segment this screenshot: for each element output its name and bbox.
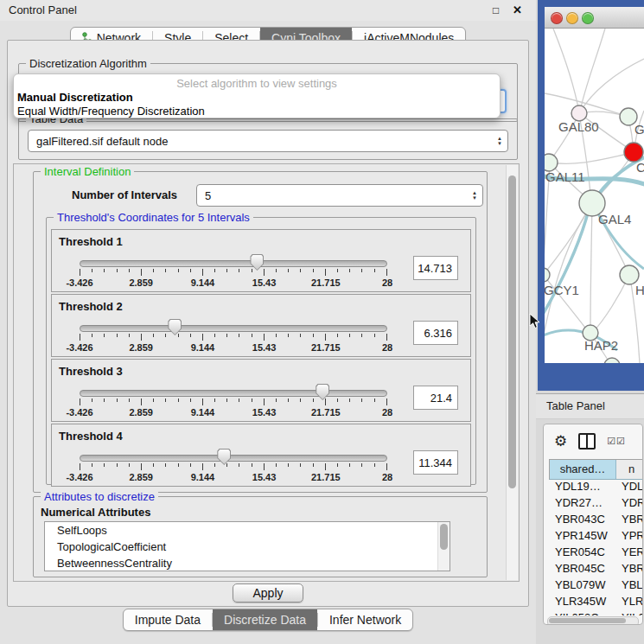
table-row[interactable]: YLR345WYLR3 (549, 595, 643, 611)
network-edge[interactable] (553, 29, 579, 112)
table-cell-name[interactable]: YBL0 (615, 578, 643, 595)
table-cell-name[interactable]: YIL0 (615, 611, 643, 615)
column-header-shared-name[interactable]: shared… (550, 460, 616, 479)
table-cell-name[interactable]: YLR3 (615, 595, 643, 611)
table-cell-shared-name[interactable]: YBR043C (549, 513, 615, 529)
table-cell-shared-name[interactable]: YDL19… (549, 480, 615, 496)
network-edge[interactable] (550, 153, 632, 163)
tick-mark (92, 399, 92, 402)
network-graph[interactable]: GAL80GCGAL11GAL4GCY1HHAP2 (545, 29, 644, 363)
table-row[interactable]: YPR145WYPR1 (549, 529, 643, 545)
table-data-combobox[interactable]: galFiltered.sif default node ▲▼ (28, 130, 508, 152)
threshold-slider[interactable]: -3.4262.8599.14415.4321.71528 (80, 384, 387, 418)
slider-tick-labels: -3.4262.8599.14415.4321.71528 (80, 472, 387, 482)
slider-track[interactable] (80, 260, 387, 267)
table-cell-shared-name[interactable]: YLR345W (549, 595, 615, 611)
table-cell-name[interactable]: YPR1 (615, 529, 643, 545)
apply-button[interactable]: Apply (233, 583, 303, 603)
dropdown-option[interactable]: Equal Width/Frequency Discretization (14, 105, 500, 118)
table-cell-name[interactable]: YDL1 (615, 480, 643, 496)
tick-mark (264, 334, 265, 341)
number-of-intervals-combobox[interactable]: 5 ▲▼ (196, 184, 483, 207)
tick-mark (349, 399, 350, 402)
window-close-button[interactable] (551, 12, 563, 24)
attribute-list-item[interactable]: BetweennessCentrality (45, 555, 450, 571)
tick-mark (252, 463, 252, 467)
attribute-list-item[interactable]: SelfLoops (45, 522, 450, 539)
table-cell-name[interactable]: YBR0 (615, 513, 643, 529)
threshold-value-field[interactable]: 21.4 (413, 386, 458, 410)
table-row[interactable]: YBR045CYBR0 (549, 562, 643, 578)
combo-stepper-icon[interactable]: ▲▼ (467, 190, 482, 201)
threshold-slider[interactable]: -3.4262.8599.14415.4321.71528 (80, 319, 387, 354)
combo-stepper-icon[interactable]: ▲▼ (492, 136, 507, 146)
gear-icon[interactable]: ⚙ (554, 434, 567, 449)
tab-impute-data[interactable]: Impute Data (124, 609, 212, 630)
settings-scrollpane: Interval Definition Number of Intervals … (13, 163, 520, 582)
network-edge[interactable] (593, 277, 628, 332)
network-canvas[interactable]: GAL80GCGAL11GAL4GCY1HHAP2 (545, 29, 644, 363)
list-scrollbar-thumb[interactable] (440, 524, 448, 550)
table-row[interactable]: YIL052CYIL0 (549, 611, 643, 615)
column-header-name[interactable]: n (616, 460, 643, 479)
float-window-icon[interactable]: □ (493, 4, 499, 16)
list-scrollbar[interactable] (437, 522, 450, 571)
tab-infer-network[interactable]: Infer Network (318, 609, 412, 630)
pane-scrollbar-thumb[interactable] (508, 175, 516, 488)
slider-track[interactable] (80, 390, 387, 397)
table-cell-shared-name[interactable]: YPR145W (549, 529, 615, 545)
network-node-h[interactable] (620, 265, 639, 284)
table-row[interactable]: YER054CYER0 (549, 545, 643, 562)
close-icon[interactable]: ✕ (513, 3, 522, 16)
numerical-attributes-list[interactable]: SelfLoopsTopologicalCoefficientBetweenne… (44, 521, 450, 571)
table-row[interactable]: YBL079WYBL0 (549, 578, 643, 595)
pane-scrollbar[interactable] (506, 165, 518, 580)
table-cell-name[interactable]: YBR0 (615, 562, 643, 578)
slider-track[interactable] (80, 455, 387, 462)
tick-mark (252, 334, 252, 337)
tick-mark (252, 269, 252, 272)
table-horizontal-scrollbar-thumb[interactable] (549, 618, 626, 623)
dropdown-option[interactable]: Manual Discretization (14, 91, 500, 105)
table-cell-shared-name[interactable]: YBL079W (549, 578, 615, 595)
table-horizontal-scrollbar[interactable] (547, 616, 639, 625)
network-node-gcy1[interactable] (545, 268, 550, 282)
tab-label: Impute Data (135, 613, 201, 627)
network-node-c[interactable] (624, 143, 643, 162)
slider-track[interactable] (80, 325, 387, 332)
attribute-list-item[interactable]: TopologicalCoefficient (45, 539, 450, 555)
threshold-value-field[interactable]: 6.316 (413, 321, 458, 345)
tick-mark (239, 399, 239, 402)
table-cell-name[interactable]: YDR2 (615, 496, 643, 513)
network-highlight-edge[interactable] (545, 207, 590, 317)
table-cell-shared-name[interactable]: YIL052C (549, 611, 615, 615)
table-cell-shared-name[interactable]: YER054C (549, 545, 615, 562)
threshold-slider[interactable]: -3.4262.8599.14415.4321.71528 (80, 449, 387, 483)
dropdown-placeholder-item[interactable]: Select algorithm to view settings (14, 77, 500, 91)
table-row[interactable]: YBR043CYBR0 (549, 513, 643, 529)
threshold-slider[interactable]: -3.4262.8599.14415.4321.71528 (80, 254, 387, 289)
tick-mark (104, 399, 105, 402)
tick-mark (214, 334, 215, 337)
table-row[interactable]: YDL19…YDL1 (549, 480, 643, 496)
table-row[interactable]: YDR27…YDR2 (549, 496, 643, 513)
checkboxes-icon[interactable]: ☑☑ (607, 436, 626, 447)
tick-label: 28 (382, 277, 392, 288)
window-minimize-button[interactable] (566, 12, 578, 24)
tab-discretize-data[interactable]: Discretize Data (213, 609, 317, 630)
network-edge[interactable] (580, 29, 605, 112)
network-node-gal11[interactable] (545, 154, 558, 171)
network-edge[interactable] (581, 59, 644, 111)
column-layout-icon[interactable] (578, 433, 596, 450)
table-cell-name[interactable]: YER0 (615, 545, 643, 562)
network-edge[interactable] (590, 205, 592, 331)
tick-mark (276, 269, 277, 272)
tick-mark (349, 334, 350, 337)
table-cell-shared-name[interactable]: YDR27… (549, 496, 615, 513)
threshold-value-field[interactable]: 14.713 (413, 256, 458, 280)
threshold-value-field[interactable]: 11.344 (413, 450, 458, 475)
table-cell-shared-name[interactable]: YBR045C (549, 562, 615, 578)
window-zoom-button[interactable] (582, 12, 594, 24)
tick-label: 21.715 (311, 472, 341, 482)
threshold-box: Threshold 4-3.4262.8599.14415.4321.71528… (51, 424, 471, 487)
